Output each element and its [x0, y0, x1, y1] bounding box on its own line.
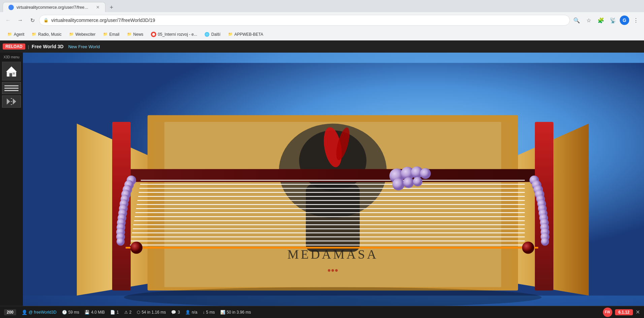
bookmark-label-5: News [133, 32, 143, 37]
folder-icon-3: 📁 [69, 32, 74, 36]
menu-button[interactable]: ⋮ [631, 15, 641, 26]
dots-icon: ⋮ [633, 17, 639, 24]
line-3 [4, 90, 19, 91]
divider: | [28, 44, 29, 49]
svg-text:●●●: ●●● [327, 267, 339, 273]
folder-icon: 📁 [7, 32, 12, 36]
svg-point-71 [541, 238, 549, 246]
memory-icon: 💾 [85, 310, 90, 315]
bookmark-label-2: Radio, Music [38, 32, 61, 37]
bookmark-webexciter[interactable]: 📁 Webexciter [66, 31, 99, 38]
status-ms2: 5 ms [206, 310, 215, 315]
folder-icon-2: 📁 [32, 32, 36, 36]
status-at-item: 👤 @ freeWorld3D [22, 310, 57, 315]
extensions-button[interactable]: 🧩 [595, 15, 606, 26]
status-count1: 1 [117, 310, 119, 315]
status-in-ms2-item: 📊 50 in 3.96 ms [220, 310, 251, 315]
cast-button[interactable]: 📡 [608, 15, 618, 26]
tab-title: virtualrealitycommerce.org/user/7/freeWo… [17, 5, 91, 10]
search-icon: 🔍 [573, 17, 580, 24]
svg-point-79 [130, 242, 142, 254]
svg-rect-19 [306, 184, 360, 252]
svg-point-76 [392, 178, 405, 191]
tab-close[interactable]: ✕ [96, 5, 100, 10]
bookmark-news[interactable]: 📁 News [124, 31, 147, 38]
scene-svg: MEDAMASA ●●● [23, 53, 644, 306]
active-tab[interactable]: virtualrealitycommerce.org/user/7/freeWo… [3, 2, 105, 12]
status-right: FW 6.1.12 ✕ [603, 308, 640, 317]
status-bar: 200 👤 @ freeWorld3D 🕐 59 ms 💾 4.0 MiB 📄 … [0, 306, 644, 318]
svg-marker-1 [6, 66, 17, 72]
svg-rect-3 [13, 73, 15, 75]
status-na: n/a [192, 310, 197, 315]
cast-icon: 📡 [610, 17, 616, 24]
profile-initial: G [623, 18, 626, 23]
circle-icon [151, 32, 156, 37]
status-mib: 4.0 MiB [91, 310, 105, 315]
bookmark-email[interactable]: 📁 Email [100, 31, 123, 38]
at-icon: 👤 [22, 310, 27, 315]
bookmark-label-8: APPWEB-BETA [234, 32, 263, 37]
search-button[interactable]: 🔍 [571, 15, 582, 26]
svg-point-75 [420, 168, 431, 179]
arrow-icon: ↓ [203, 310, 205, 315]
status-count2: 2 [129, 310, 132, 315]
line-1 [4, 85, 19, 86]
browser-chrome: virtualrealitycommerce.org/user/7/freeWo… [0, 0, 644, 53]
back-button[interactable]: ← [3, 15, 13, 26]
bookmark-radio-music[interactable]: 📁 Radio, Music [28, 31, 65, 38]
svg-rect-2 [9, 73, 12, 77]
line-2 [4, 88, 19, 89]
expand-button[interactable] [2, 95, 21, 108]
back-icon: ← [5, 17, 11, 23]
status-at-label: @ freeWorld3D [29, 310, 57, 315]
status-in-ms2: 50 in 3.96 ms [227, 310, 251, 315]
toolbar-icons: 🔍 ☆ 🧩 📡 G ⋮ [571, 15, 641, 26]
lock-icon: 🔒 [43, 18, 49, 23]
layers-icon: ⬡ [137, 310, 140, 315]
bookmark-interni[interactable]: 05_Interní rozvoj - e... [148, 30, 201, 38]
address-bar-row: ← → ↻ 🔒 virtualrealitycommerce.org/user/… [0, 12, 644, 28]
menu-lines-button[interactable] [2, 82, 21, 94]
main-area: X3D menu [0, 53, 644, 306]
version-badge: 6.1.12 [615, 309, 633, 315]
svg-text:MEDAMASA: MEDAMASA [287, 247, 378, 261]
forward-button[interactable]: → [15, 15, 26, 26]
svg-point-57 [117, 238, 125, 246]
close-status-button[interactable]: ✕ [636, 309, 640, 315]
app-title: Free World 3D [32, 44, 64, 49]
version-icon-label: FW [605, 310, 610, 314]
svg-point-78 [413, 177, 422, 186]
svg-marker-4 [7, 98, 10, 105]
app-bar: RELOAD | Free World 3D New Free World [0, 40, 644, 53]
menu-label: X3D menu [3, 55, 19, 59]
app-subtitle: New Free World [68, 44, 100, 49]
profile-button[interactable]: G [620, 16, 629, 25]
status-ms2-item: ↓ 5 ms [203, 310, 215, 315]
clock-icon: 🕐 [62, 310, 67, 315]
bookmark-dalsi[interactable]: 🌐 Další [201, 31, 224, 38]
svg-point-77 [403, 177, 414, 188]
bookmark-agerit[interactable]: 📁 Agerit [4, 31, 28, 38]
viewport[interactable]: MEDAMASA ●●● [23, 53, 644, 306]
svg-marker-5 [13, 98, 16, 105]
status-count3: 3 [178, 310, 180, 315]
bookmark-label-3: Webexciter [75, 32, 96, 37]
bookmark-appweb[interactable]: 📁 APPWEB-BETA [225, 31, 267, 38]
globe-icon: 🌐 [204, 32, 210, 37]
user-icon: 👤 [185, 310, 190, 315]
reload-icon: ↻ [30, 17, 35, 24]
new-tab-btn[interactable]: + [107, 3, 116, 12]
home-button[interactable] [2, 62, 21, 81]
sidebar: X3D menu [0, 53, 23, 306]
reload-app-button[interactable]: RELOAD [3, 44, 25, 50]
status-ms1-item: 🕐 59 ms [62, 310, 79, 315]
bookmark-label-6: 05_Interní rozvoj - e... [158, 32, 197, 37]
bookmarks-bar: 📁 Agerit 📁 Radio, Music 📁 Webexciter 📁 E… [0, 28, 644, 40]
svg-point-80 [522, 242, 534, 254]
status-in-ms: 54 in 1.16 ms [141, 310, 166, 315]
reload-button[interactable]: ↻ [27, 15, 38, 26]
puzzle-icon: 🧩 [598, 17, 604, 24]
bookmark-star-button[interactable]: ☆ [583, 15, 594, 26]
address-bar[interactable]: 🔒 virtualrealitycommerce.org/user/7/free… [39, 15, 570, 26]
